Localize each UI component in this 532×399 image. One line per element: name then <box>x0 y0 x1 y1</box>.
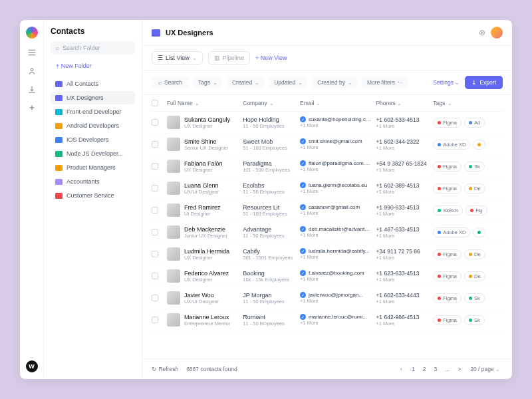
table-row[interactable]: Deb MackenzieJunior UX Designer Advantag… <box>152 221 503 243</box>
list-view-button[interactable]: ☰List View⌄ <box>152 51 203 65</box>
page-number[interactable]: 1 <box>409 364 418 374</box>
email-more: +1 More <box>300 210 376 216</box>
folder-item[interactable]: Product Managers <box>51 161 135 174</box>
folder-item[interactable]: Node JS Developer... <box>51 147 135 160</box>
row-checkbox[interactable] <box>152 119 158 126</box>
folder-label: Customer Service <box>66 192 114 199</box>
col-tags[interactable]: Tags⌄ <box>433 100 503 106</box>
menu-icon[interactable] <box>27 48 37 57</box>
page-number[interactable]: 3 <box>431 364 440 374</box>
row-checkbox[interactable] <box>152 229 158 235</box>
phone-text: +1 602-633-4443 <box>376 292 433 299</box>
company-name: Cabify <box>243 248 300 255</box>
filter-chip[interactable]: Created⌄ <box>227 76 265 88</box>
contact-avatar <box>167 116 180 129</box>
folder-item[interactable]: Accountants <box>51 175 135 188</box>
company-name: Advantage <box>243 226 300 233</box>
pipeline-view-button[interactable]: ▥Pipeline <box>208 51 250 65</box>
row-checkbox[interactable] <box>152 295 158 301</box>
table-row[interactable]: Javier WooUX/UI Designer JP Morgan11 - 5… <box>152 287 503 309</box>
tag-chip: De <box>464 249 485 259</box>
select-all-checkbox[interactable] <box>152 100 158 106</box>
page-number[interactable]: ... <box>442 364 452 374</box>
contact-name: Sukanta Ganguly <box>184 116 230 123</box>
col-phones[interactable]: Phones⌄ <box>376 100 433 106</box>
folder-icon <box>55 123 63 129</box>
email-text: f.alvarez@booking.com <box>309 270 364 276</box>
folder-item[interactable]: Front-end Developer <box>51 105 135 118</box>
per-page-select[interactable]: 20 / page ⌄ <box>467 364 503 374</box>
company-name: Hope Holding <box>243 116 300 123</box>
company-size: 51 - 100 Employees <box>243 145 300 151</box>
users-icon[interactable] <box>27 66 37 76</box>
workspace-badge[interactable]: W <box>26 360 38 372</box>
row-checkbox[interactable] <box>152 141 158 148</box>
table-row[interactable]: Smite ShineSenior UX Designer Sweet Mob5… <box>152 134 503 156</box>
tag-chip: Figma <box>433 184 462 194</box>
email-more: +1 More <box>300 188 376 194</box>
page-number[interactable]: 2 <box>420 364 429 374</box>
search-input[interactable]: ⌕Search <box>152 76 189 88</box>
folder-item[interactable]: All Contacts <box>51 77 135 90</box>
row-checkbox[interactable] <box>152 185 158 192</box>
folder-icon <box>55 137 63 143</box>
email-text: deb.macalister@advantage... <box>309 226 372 232</box>
col-company[interactable]: Company⌄ <box>243 100 300 106</box>
settings-link[interactable]: Settings ⌄ <box>433 79 460 86</box>
email-more: +1 More <box>300 122 376 128</box>
folder-item[interactable]: Android Developers <box>51 119 135 132</box>
row-checkbox[interactable] <box>152 273 158 279</box>
email-text: ludmila.hermida@cabify... <box>309 248 370 254</box>
filter-chip[interactable]: More filters⋯ <box>362 76 408 88</box>
user-avatar[interactable] <box>491 27 503 39</box>
phone-more: +1 More <box>376 167 433 173</box>
export-button[interactable]: ⤓Export <box>465 76 503 89</box>
table-row[interactable]: Fred RamirezUI Designer Resources Lit51 … <box>152 200 503 221</box>
search-folder-input[interactable]: ⌕ Search Folder <box>51 41 135 55</box>
table-row[interactable]: Federico AlvarezUX Designer Booking10k -… <box>152 265 503 287</box>
row-checkbox[interactable] <box>152 207 158 213</box>
help-icon[interactable]: ⊗ <box>479 28 485 37</box>
table-row[interactable]: Luana GlennUX/UI Designer Ecolabs11 - 50… <box>152 178 503 200</box>
verified-icon: ✓ <box>300 248 306 254</box>
folder-label: Front-end Developer <box>66 108 122 115</box>
folder-item[interactable]: IOS Developers <box>51 133 135 146</box>
table-row[interactable]: Fabiana FalónUX Designer Paradigma101 - … <box>152 156 503 178</box>
table-row[interactable]: Sukanta GangulyUX Designer Hope Holding1… <box>152 112 503 134</box>
folder-icon <box>55 151 63 157</box>
contact-role: UX Designer <box>184 123 230 129</box>
company-size: 11 - 50 Employees <box>243 299 300 305</box>
email-more: +1 More <box>300 254 376 260</box>
folder-item[interactable]: UX Designers <box>51 91 135 104</box>
phone-text: +1 602-533-4513 <box>376 116 433 123</box>
folder-icon <box>55 95 63 101</box>
page-number[interactable]: > <box>455 364 464 374</box>
folder-label: UX Designers <box>66 94 104 101</box>
row-checkbox[interactable] <box>152 317 158 323</box>
filter-chip[interactable]: Tags⌄ <box>193 76 223 88</box>
contact-role: UX Designer <box>184 277 229 283</box>
new-view-button[interactable]: + New View <box>255 55 287 61</box>
filter-chip[interactable]: Updated⌄ <box>269 76 308 88</box>
verified-icon: ✓ <box>300 138 306 144</box>
phone-more: +1 More <box>376 211 433 217</box>
download-icon[interactable] <box>27 85 37 94</box>
phone-more: +1 More <box>376 145 433 151</box>
col-email[interactable]: Email⌄ <box>300 100 376 106</box>
page-prev[interactable]: ‹ <box>398 364 405 374</box>
row-checkbox[interactable] <box>152 251 158 257</box>
table-row[interactable]: Ludmila HermidaUX Designer Cabify501 - 1… <box>152 243 503 265</box>
contact-avatar <box>167 225 180 239</box>
table-row[interactable]: Marianne LerouxEntrepreneur Mentor Rumia… <box>152 309 503 331</box>
company-size: 101 - 500 Employees <box>243 167 300 173</box>
folder-item[interactable]: Customer Service <box>51 189 135 202</box>
company-size: 11 - 50 Employees <box>243 233 300 239</box>
sparkle-icon[interactable] <box>27 104 37 113</box>
new-folder-button[interactable]: + New Folder <box>51 60 135 72</box>
contact-avatar <box>167 247 180 261</box>
email-more: +1 More <box>300 276 376 282</box>
row-checkbox[interactable] <box>152 163 158 170</box>
filter-chip[interactable]: Created by⌄ <box>312 76 358 88</box>
col-fullname[interactable]: Full Name⌄ <box>167 100 243 106</box>
refresh-button[interactable]: ↻ Refresh <box>152 366 178 372</box>
